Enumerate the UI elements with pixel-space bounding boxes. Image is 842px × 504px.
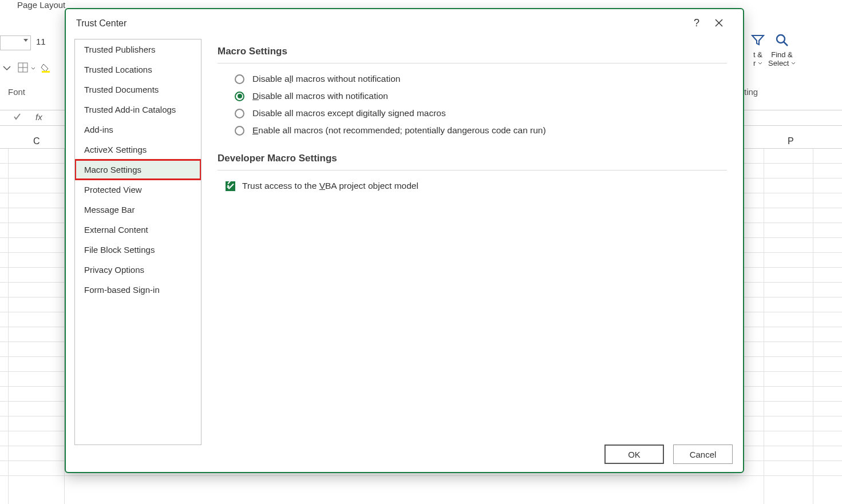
fill-color-icon[interactable] — [40, 62, 52, 73]
radio-label: Disable all macros with notification — [252, 91, 388, 101]
chevron-down-icon — [23, 39, 28, 42]
help-button[interactable]: ? — [694, 17, 699, 29]
radio-label: Disable all macros without notification — [252, 74, 400, 84]
close-button[interactable] — [711, 15, 727, 31]
trust-center-content: Macro Settings Disable all macros withou… — [218, 46, 727, 432]
label: Find & — [771, 50, 793, 59]
sidebar-item-trusted-documents[interactable]: Trusted Documents — [75, 80, 201, 100]
sidebar-item-add-ins[interactable]: Add-ins — [75, 120, 201, 140]
font-size-value: 11 — [36, 37, 46, 46]
ribbon-group-label-font: Font — [8, 87, 25, 97]
section-title-macro-settings: Macro Settings — [218, 46, 727, 57]
svg-point-4 — [777, 35, 785, 43]
sidebar-item-trusted-publishers[interactable]: Trusted Publishers — [75, 39, 201, 59]
divider — [218, 170, 727, 170]
search-icon — [774, 32, 790, 48]
find-select-button[interactable]: Find & Select — [765, 32, 799, 68]
chevron-down-icon — [789, 59, 796, 68]
radio-disable-all-with-notification[interactable]: Disable all macros with notification — [235, 91, 727, 101]
chevron-down-icon[interactable] — [31, 66, 35, 71]
dialog-title: Trust Center — [76, 18, 127, 29]
font-dropdown-icon[interactable] — [1, 62, 13, 73]
divider — [218, 63, 727, 64]
ribbon-group-label-trunc: ting — [744, 87, 758, 97]
formula-accept-icon[interactable] — [13, 112, 22, 124]
filter-icon — [750, 32, 766, 48]
dialog-titlebar[interactable]: Trust Center ? — [76, 14, 733, 33]
column-header-c[interactable]: C — [33, 136, 40, 146]
cancel-button[interactable]: Cancel — [673, 445, 733, 464]
fx-label: fx — [35, 112, 42, 122]
radio-icon — [235, 74, 244, 84]
label: t & — [753, 50, 762, 59]
sidebar-item-trusted-add-in-catalogs[interactable]: Trusted Add-in Catalogs — [75, 100, 201, 120]
section-title-developer-macro: Developer Macro Settings — [218, 153, 727, 164]
sidebar-item-trusted-locations[interactable]: Trusted Locations — [75, 59, 201, 80]
sidebar-item-message-bar[interactable]: Message Bar — [75, 200, 201, 220]
close-icon — [714, 18, 724, 27]
checkbox-icon — [226, 181, 235, 191]
sidebar-item-activex-settings[interactable]: ActiveX Settings — [75, 140, 201, 160]
trust-center-sidebar: Trusted PublishersTrusted LocationsTrust… — [74, 39, 201, 445]
trust-center-dialog: Trust Center ? Trusted PublishersTrusted… — [65, 8, 744, 473]
radio-enable-all-macros[interactable]: Enable all macros (not recommended; pote… — [235, 125, 727, 136]
checkbox-trust-vba-access[interactable]: Trust access to the VBA project object m… — [226, 181, 727, 191]
svg-line-5 — [784, 42, 788, 46]
sidebar-item-macro-settings[interactable]: Macro Settings — [75, 160, 201, 180]
ribbon-tab-page-layout[interactable]: Page Layout — [17, 0, 65, 10]
column-header-p[interactable]: P — [788, 136, 794, 146]
label: Select — [768, 59, 789, 68]
radio-disable-except-signed[interactable]: Disable all macros except digitally sign… — [235, 108, 727, 118]
radio-icon — [235, 126, 244, 136]
radio-disable-all-without-notification[interactable]: Disable all macros without notification — [235, 74, 727, 84]
chevron-down-icon — [756, 59, 762, 68]
checkbox-label: Trust access to the VBA project object m… — [242, 181, 418, 191]
sidebar-item-privacy-options[interactable]: Privacy Options — [75, 260, 201, 280]
ok-button[interactable]: OK — [604, 445, 664, 464]
radio-icon — [235, 109, 244, 118]
svg-rect-3 — [42, 71, 50, 73]
radio-icon — [235, 92, 244, 101]
sidebar-item-file-block-settings[interactable]: File Block Settings — [75, 240, 201, 260]
borders-icon[interactable] — [17, 62, 29, 73]
macro-settings-radio-group: Disable all macros without notification … — [235, 74, 727, 136]
radio-label: Disable all macros except digitally sign… — [252, 108, 446, 118]
sidebar-item-protected-view[interactable]: Protected View — [75, 180, 201, 200]
font-size-dropdown[interactable] — [0, 35, 31, 50]
sidebar-item-form-based-sign-in[interactable]: Form-based Sign-in — [75, 280, 201, 300]
radio-label: Enable all macros (not recommended; pote… — [252, 125, 546, 136]
sidebar-item-external-content[interactable]: External Content — [75, 220, 201, 240]
dialog-button-row: OK Cancel — [604, 445, 733, 464]
